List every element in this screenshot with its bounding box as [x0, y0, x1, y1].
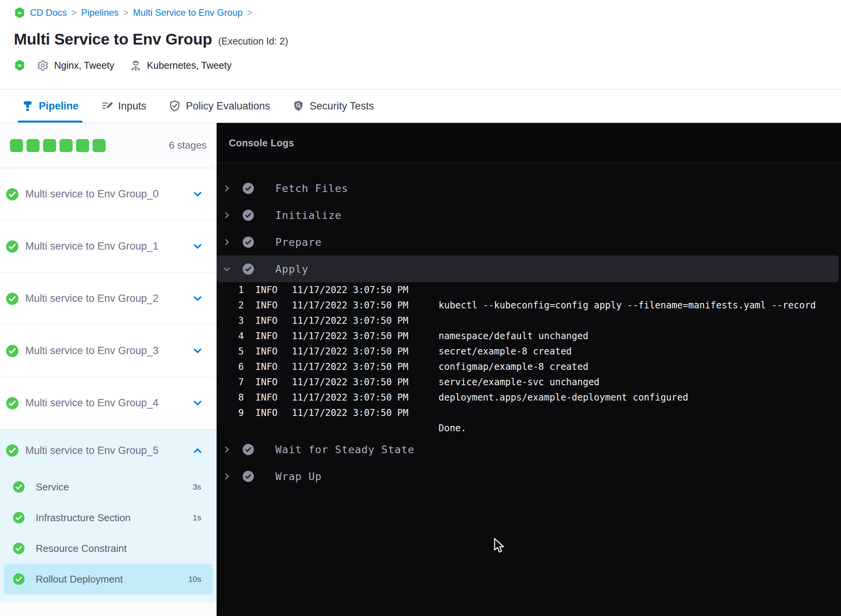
stage-step-row[interactable]: Infrastructure Section1s	[0, 502, 217, 533]
breadcrumb-link[interactable]: Pipelines	[81, 7, 118, 18]
tab-inputs[interactable]: Inputs	[101, 89, 147, 123]
stage-row[interactable]: Multi service to Env Group_5	[0, 429, 217, 472]
stage-row[interactable]: Multi service to Env Group_1	[0, 220, 217, 273]
console-step-label: Wait for Steady State	[275, 444, 414, 455]
page-title: Multi Service to Env Group	[14, 30, 212, 48]
step-label: Resource Constraint	[36, 543, 127, 555]
stage-progress-square	[43, 139, 56, 152]
success-check-icon	[13, 543, 25, 554]
stage-label: Multi service to Env Group_1	[25, 240, 159, 252]
inputs-icon	[101, 100, 113, 112]
stage-label: Multi service to Env Group_4	[25, 397, 159, 409]
chevron-up-icon[interactable]	[192, 445, 203, 456]
console-log-line: 8INFO11/17/2022 3:07:50 PMdeployment.app…	[217, 390, 841, 405]
tab-policy-evaluations[interactable]: Policy Evaluations	[169, 89, 270, 123]
chevron-down-icon[interactable]	[192, 189, 203, 199]
stage-row[interactable]: Multi service to Env Group_3	[0, 325, 217, 377]
chevron-right-gray-icon[interactable]	[222, 472, 231, 481]
tab-security-tests[interactable]: Security Tests	[292, 89, 374, 123]
chevron-right-gray-icon[interactable]	[222, 184, 231, 193]
log-level: INFO	[255, 331, 278, 341]
services-label: Nginx, Tweety	[54, 60, 114, 71]
log-level: INFO	[255, 392, 278, 403]
log-level: INFO	[255, 346, 278, 357]
stage-label: Multi service to Env Group_5	[25, 445, 159, 457]
stage-row[interactable]: Multi service to Env Group_4	[0, 377, 217, 429]
log-timestamp: 11/17/2022 3:07:50 PM	[292, 361, 411, 372]
console-step-row[interactable]: Apply	[217, 255, 839, 282]
stage-step-row[interactable]: Resource Constraint	[0, 533, 217, 564]
chevron-down-icon[interactable]	[192, 398, 203, 408]
log-message: secret/example-8 created	[439, 346, 572, 357]
console-step-label: Apply	[275, 263, 308, 275]
breadcrumb-link[interactable]: CD Docs	[30, 7, 67, 18]
log-timestamp: 11/17/2022 3:07:50 PM	[292, 285, 411, 295]
chevron-down-icon[interactable]	[192, 346, 203, 356]
console-logs-title: Console Logs	[229, 137, 294, 149]
chevron-right-gray-icon[interactable]	[222, 445, 231, 454]
log-line-number: 2	[217, 300, 244, 311]
stage-label: Multi service to Env Group_0	[25, 188, 159, 200]
chevron-down-icon[interactable]	[192, 241, 203, 252]
log-timestamp: 11/17/2022 3:07:50 PM	[292, 331, 411, 341]
svg-text:∞: ∞	[17, 62, 22, 68]
log-timestamp: 11/17/2022 3:07:50 PM	[292, 315, 411, 326]
tab-pipeline[interactable]: Pipeline	[22, 89, 79, 123]
log-line-number: 3	[217, 315, 244, 326]
console-check-icon	[243, 237, 254, 248]
console-step-row[interactable]: Wait for Steady State	[217, 436, 841, 463]
console-check-icon	[243, 183, 254, 194]
console-log-block: 1INFO11/17/2022 3:07:50 PM2INFO11/17/202…	[217, 282, 841, 436]
stage-step-row[interactable]: Rollout Deployment10s	[4, 564, 213, 594]
success-check-icon	[6, 345, 18, 357]
breadcrumb-separator-icon: >	[123, 8, 128, 18]
pipeline-icon	[22, 100, 34, 112]
chevron-down-gray-icon[interactable]	[222, 265, 231, 273]
console-steps-list: Fetch FilesInitializePrepareApply1INFO11…	[217, 163, 841, 490]
svg-text:∞: ∞	[17, 10, 22, 16]
chevron-down-icon[interactable]	[192, 293, 203, 304]
stage-progress-square	[93, 139, 106, 152]
console-step-row[interactable]: Wrap Up	[217, 463, 841, 490]
console-step-row[interactable]: Initialize	[217, 202, 841, 229]
console-log-line: 7INFO11/17/2022 3:07:50 PMservice/exampl…	[217, 374, 841, 390]
console-check-icon	[243, 444, 254, 455]
log-timestamp: 11/17/2022 3:07:50 PM	[292, 346, 411, 357]
step-label: Rollout Deployment	[36, 573, 123, 585]
breadcrumb-link[interactable]: Multi Service to Env Group	[133, 7, 242, 18]
console-log-line: 6INFO11/17/2022 3:07:50 PMconfigmap/exam…	[217, 359, 841, 374]
stage-progress-square	[60, 139, 73, 152]
stages-sidebar: 6 stages Multi service to Env Group_0Mul…	[0, 123, 217, 616]
log-timestamp: 11/17/2022 3:07:50 PM	[292, 377, 411, 387]
log-line-number: 5	[217, 346, 244, 357]
log-level: INFO	[255, 361, 278, 372]
stage-label: Multi service to Env Group_2	[25, 293, 159, 305]
stages-summary-header: 6 stages	[0, 123, 217, 168]
chevron-right-gray-icon[interactable]	[222, 238, 231, 247]
stage-row[interactable]: Multi service to Env Group_0	[0, 168, 217, 220]
services-row: ∞ Nginx, Tweety Kubernetes, Tweety	[14, 58, 841, 72]
console-log-line: Done.	[217, 421, 841, 436]
log-level: INFO	[255, 377, 278, 387]
tab-label: Pipeline	[39, 100, 79, 112]
harness-cd-icon: ∞	[14, 60, 25, 71]
policy-shield-check-icon	[169, 100, 181, 112]
tab-label: Inputs	[118, 100, 147, 112]
log-level: INFO	[255, 300, 278, 311]
log-line-number: 7	[217, 377, 244, 387]
console-step-row[interactable]: Prepare	[217, 229, 841, 255]
log-level: INFO	[255, 315, 278, 326]
log-line-number: 6	[217, 361, 244, 372]
stage-progress-square	[76, 139, 89, 152]
stage-progress-squares	[10, 139, 106, 152]
stage-step-row[interactable]: Service3s	[0, 472, 217, 502]
tab-bar: PipelineInputsPolicy EvaluationsSecurity…	[0, 89, 841, 123]
console-logs-panel: Console Logs Fetch FilesInitializePrepar…	[217, 123, 841, 616]
chevron-right-gray-icon[interactable]	[222, 211, 231, 220]
console-step-row[interactable]: Fetch Files	[217, 175, 841, 202]
stage-row[interactable]: Multi service to Env Group_2	[0, 273, 217, 325]
pipeline-execution-page: ∞CD Docs>Pipelines>Multi Service to Env …	[0, 0, 841, 616]
log-line-number: 1	[217, 285, 244, 295]
success-check-icon	[6, 397, 18, 409]
log-timestamp: 11/17/2022 3:07:50 PM	[292, 392, 411, 403]
